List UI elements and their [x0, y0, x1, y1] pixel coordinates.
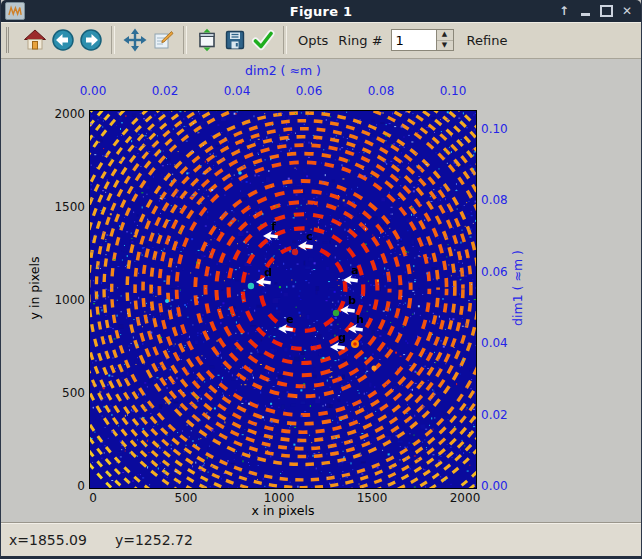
shade-button[interactable]: ↑: [557, 4, 571, 18]
toolbar-separator: [183, 26, 187, 54]
forward-icon: [79, 28, 103, 52]
zoom-edit-button[interactable]: [149, 25, 177, 55]
title-bar[interactable]: Figure 1 ↑ ✕: [1, 0, 641, 22]
tick-label: 0.02: [152, 83, 179, 99]
cursor-y-readout: y=1252.72: [115, 532, 193, 548]
tick-label: 0.04: [224, 83, 251, 99]
home-icon: [23, 28, 47, 52]
tick-label: 500: [29, 385, 85, 401]
tick-label: 0.10: [440, 83, 467, 99]
back-icon: [51, 28, 75, 52]
calibration-image-canvas[interactable]: [90, 111, 476, 488]
figure-window: Figure 1 ↑ ✕: [0, 0, 642, 559]
tick-label: 0.10: [481, 121, 508, 137]
cursor-x-readout: x=1855.09: [9, 532, 87, 548]
tick-label: 0.08: [368, 83, 395, 99]
pan-button[interactable]: [121, 25, 149, 55]
tick-label: 1000: [264, 490, 295, 506]
tick-label: 0.06: [296, 83, 323, 99]
tick-label: 1500: [29, 199, 85, 215]
plot-frame: [90, 111, 476, 488]
tick-label: 0.06: [481, 264, 508, 280]
forward-button[interactable]: [77, 25, 105, 55]
refine-button[interactable]: Refine: [467, 33, 508, 48]
checkmark-icon: [251, 28, 275, 52]
minimize-button[interactable]: [578, 4, 592, 18]
pan-icon: [123, 28, 147, 52]
top-axis-label: dim2 ( ≈m ): [90, 63, 476, 78]
tick-label: 0.08: [481, 192, 508, 208]
tick-label: 1000: [29, 292, 85, 308]
ring-number-label: Ring #: [338, 33, 382, 48]
status-bar: x=1855.09 y=1252.72: [1, 522, 641, 556]
spin-up-button[interactable]: ▲: [437, 30, 453, 41]
maximize-button[interactable]: [599, 4, 613, 18]
tick-label: 0.00: [80, 83, 107, 99]
toolbar-separator: [111, 26, 115, 54]
tick-label: 0.04: [481, 335, 508, 351]
edit-note-icon: [151, 28, 175, 52]
tick-label: 0: [29, 478, 85, 494]
spin-down-button[interactable]: ▼: [437, 41, 453, 51]
save-button[interactable]: [221, 25, 249, 55]
toolbar-grip[interactable]: [6, 27, 15, 53]
back-button[interactable]: [49, 25, 77, 55]
tick-label: 1500: [357, 490, 388, 506]
right-axis-label: dim1 ( ≈m ): [510, 250, 525, 326]
tick-label: 0: [89, 490, 97, 506]
toolbar-separator: [283, 26, 287, 54]
figure-canvas-area: dim2 ( ≈m ) 0.000.020.040.060.080.10 y i…: [1, 59, 641, 522]
tick-label: 2000: [450, 490, 481, 506]
tick-label: 2000: [29, 106, 85, 122]
tick-label: 0.02: [481, 407, 508, 423]
home-button[interactable]: [21, 25, 49, 55]
ring-number-input[interactable]: [392, 30, 436, 50]
left-axis-label: y in pixels: [27, 257, 42, 320]
subplots-button[interactable]: [193, 25, 221, 55]
configure-window-icon: [195, 28, 219, 52]
window-title: Figure 1: [1, 4, 641, 19]
navigation-toolbar: Opts Ring # ▲ ▼ Refine: [1, 22, 641, 59]
tick-label: 500: [175, 490, 198, 506]
apply-button[interactable]: [249, 25, 277, 55]
close-button[interactable]: ✕: [620, 4, 634, 18]
tick-label: 0.00: [481, 478, 508, 494]
floppy-save-icon: [223, 28, 247, 52]
ring-number-spinbox[interactable]: ▲ ▼: [391, 29, 454, 51]
opts-button[interactable]: Opts: [298, 33, 328, 48]
